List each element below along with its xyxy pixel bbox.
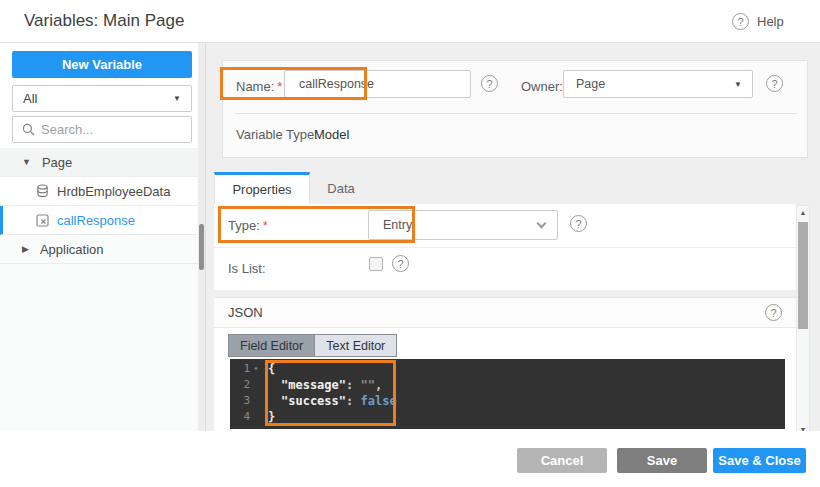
search-input[interactable]: [41, 122, 181, 137]
code-line: 3 "success": false: [230, 393, 785, 409]
type-select-value: Entry: [383, 218, 412, 232]
cancel-button[interactable]: Cancel: [517, 448, 607, 473]
variable-filter-value: All: [23, 91, 37, 106]
tree-item-label: callResponse: [57, 213, 135, 228]
owner-help-icon[interactable]: ?: [766, 75, 783, 92]
type-select[interactable]: Entry: [368, 210, 558, 240]
save-button[interactable]: Save: [617, 448, 707, 473]
scroll-up-icon[interactable]: ▲: [797, 209, 809, 216]
variables-dialog: Variables: Main Page ? Help New Variable…: [0, 0, 820, 487]
help-question-icon: ?: [732, 13, 749, 30]
code-text: {: [268, 361, 275, 377]
properties-tab-content: Type:* Entry ? Is List: ?: [214, 204, 796, 290]
json-panel-title: JSON: [228, 305, 263, 320]
code-line: 1 ▾ {: [230, 361, 785, 377]
line-number: 2: [230, 377, 250, 393]
variables-sidebar: New Variable All ▼ ▼ Page H: [0, 43, 206, 431]
content-scrollbar[interactable]: ▲ ▼: [796, 205, 810, 437]
expand-arrow-icon[interactable]: ▶: [22, 244, 29, 254]
help-link[interactable]: ? Help: [732, 13, 784, 30]
tree-group-page[interactable]: ▼ Page: [0, 148, 199, 177]
tab-properties[interactable]: Properties: [214, 172, 310, 204]
variable-search: [12, 116, 192, 143]
variable-type-label: Variable Type:: [236, 127, 318, 142]
database-variable-icon: [36, 184, 49, 198]
variable-type-value: Model: [314, 127, 349, 142]
chevron-down-icon: ▼: [173, 94, 181, 103]
json-code-editor[interactable]: 1 ▾ { 2 "message": "", 3 "success": fals…: [230, 359, 785, 429]
required-asterisk: *: [263, 218, 268, 233]
tree-item-label: HrdbEmployeeData: [57, 184, 170, 199]
code-line: 2 "message": "",: [230, 377, 785, 393]
json-panel-header: JSON ?: [214, 298, 796, 328]
code-line: 4 }: [230, 409, 785, 425]
tree-group-application[interactable]: ▶ Application: [0, 235, 199, 264]
search-icon: [22, 123, 35, 136]
owner-select-value: Page: [576, 77, 605, 91]
chevron-down-icon: ▼: [734, 80, 742, 89]
code-text: "success": false: [281, 393, 397, 409]
panel-divider: [235, 113, 797, 114]
line-number: 3: [230, 393, 250, 409]
tree-group-label: Page: [42, 155, 72, 170]
chevron-down-icon: [537, 218, 547, 228]
row-divider: [214, 247, 796, 248]
editor-mode-toggle: Field Editor Text Editor: [228, 334, 397, 357]
tab-data[interactable]: Data: [310, 172, 372, 204]
tree-item-callresponse[interactable]: callResponse: [0, 206, 199, 235]
tree-item-hrdbemployeedata[interactable]: HrdbEmployeeData: [0, 177, 199, 206]
type-label: Type:*: [228, 218, 268, 233]
is-list-help-icon[interactable]: ?: [392, 255, 409, 272]
variable-filter-select[interactable]: All ▼: [12, 85, 192, 112]
code-text: }: [268, 409, 275, 425]
owner-select[interactable]: Page ▼: [563, 70, 753, 98]
new-variable-button[interactable]: New Variable: [12, 51, 192, 78]
content-scrollbar-thumb[interactable]: [798, 222, 808, 329]
type-help-icon[interactable]: ?: [570, 215, 587, 232]
sidebar-scrollbar-thumb[interactable]: [199, 224, 204, 270]
name-input[interactable]: [284, 70, 471, 98]
page-title: Variables: Main Page: [24, 11, 184, 31]
help-label: Help: [757, 14, 784, 29]
name-help-icon[interactable]: ?: [481, 75, 498, 92]
dialog-footer: Cancel Save Save & Close: [0, 431, 820, 487]
line-number: 4: [230, 409, 250, 425]
tree-group-label: Application: [40, 242, 104, 257]
field-editor-button[interactable]: Field Editor: [229, 335, 315, 356]
text-editor-button[interactable]: Text Editor: [315, 335, 396, 356]
dialog-header: Variables: Main Page ? Help: [0, 0, 820, 43]
is-list-label: Is List:: [228, 261, 266, 276]
code-text: "message": "",: [281, 377, 382, 393]
json-panel: JSON ? Field Editor Text Editor 1 ▾ { 2 …: [214, 297, 796, 437]
collapse-arrow-icon[interactable]: ▼: [22, 157, 31, 167]
line-number: 1: [230, 361, 250, 377]
save-and-close-button[interactable]: Save & Close: [713, 448, 806, 473]
required-asterisk: *: [277, 79, 282, 94]
variable-summary-panel: Name:* ? Owner:* Page ▼ ? Variable Type:…: [222, 60, 808, 158]
is-list-checkbox[interactable]: [369, 257, 383, 271]
fold-caret-icon[interactable]: ▾: [250, 361, 262, 377]
name-label: Name:*: [236, 79, 282, 94]
sidebar-empty-area: [0, 264, 199, 431]
json-help-icon[interactable]: ?: [765, 304, 782, 321]
model-variable-icon: [36, 214, 49, 227]
